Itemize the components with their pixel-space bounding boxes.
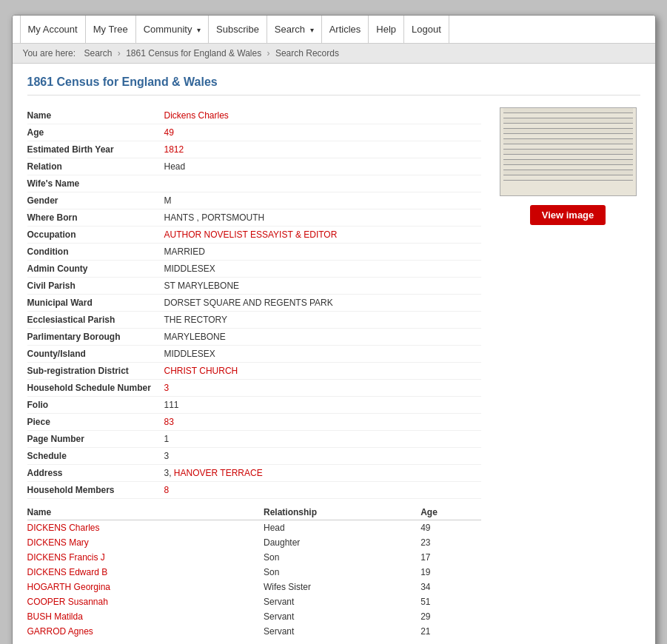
record-label: Admin County bbox=[27, 264, 164, 274]
member-age: 51 bbox=[420, 594, 480, 609]
image-panel: View image bbox=[496, 107, 640, 639]
table-row: COOPER SusannahServant51 bbox=[27, 594, 481, 609]
nav-community[interactable]: Community ▾ bbox=[136, 16, 209, 44]
record-value: 49 bbox=[164, 127, 174, 138]
record-value: ST MARYLEBONE bbox=[164, 281, 240, 291]
record-row: Household Members8 bbox=[27, 482, 481, 499]
record-row: Folio111 bbox=[27, 397, 481, 414]
record-value: MARYLEBONE bbox=[164, 332, 226, 342]
member-relationship: Servant bbox=[264, 594, 420, 609]
member-relationship: Son bbox=[264, 550, 420, 565]
content-area: 1861 Census for England & Wales NameDick… bbox=[13, 64, 655, 644]
record-label: Parlimentary Borough bbox=[27, 332, 164, 342]
member-name-link[interactable]: BUSH Matilda bbox=[27, 611, 83, 622]
members-table: Name Relationship Age DICKENS CharlesHea… bbox=[27, 505, 481, 639]
members-section: Name Relationship Age DICKENS CharlesHea… bbox=[27, 505, 481, 639]
record-row: Wife's Name bbox=[27, 175, 481, 192]
record-value: M bbox=[164, 195, 172, 206]
member-relationship: Servant bbox=[264, 624, 420, 639]
member-relationship: Daughter bbox=[264, 535, 420, 550]
record-label: Piece bbox=[27, 417, 164, 427]
nav-my-tree[interactable]: My Tree bbox=[86, 16, 136, 44]
record-label: Name bbox=[27, 110, 164, 121]
record-value: 1812 bbox=[164, 144, 184, 155]
record-label: Address bbox=[27, 468, 164, 478]
record-value: 83 bbox=[164, 417, 174, 427]
record-row: Admin CountyMIDDLESEX bbox=[27, 261, 481, 278]
census-image bbox=[500, 107, 637, 196]
breadcrumb: You are here: Search › 1861 Census for E… bbox=[13, 44, 655, 64]
record-row: Civil ParishST MARYLEBONE bbox=[27, 278, 481, 295]
table-row: BUSH MatildaServant29 bbox=[27, 609, 481, 624]
record-table: NameDickens CharlesAge49Estimated Birth … bbox=[27, 107, 481, 639]
record-label: Relation bbox=[27, 161, 164, 172]
record-label: Household Members bbox=[27, 485, 164, 495]
record-label: Page Number bbox=[27, 434, 164, 444]
record-value: 3 bbox=[164, 383, 170, 393]
record-label: Occupation bbox=[27, 229, 164, 240]
record-value: MIDDLESEX bbox=[164, 264, 215, 274]
member-name-link[interactable]: DICKENS Charles bbox=[27, 523, 100, 533]
record-label: Gender bbox=[27, 195, 164, 206]
view-image-button[interactable]: View image bbox=[530, 205, 606, 225]
record-value: THE RECTORY bbox=[164, 315, 228, 325]
record-value: 111 bbox=[164, 400, 179, 410]
member-relationship: Son bbox=[264, 565, 420, 580]
record-row: Household Schedule Number3 bbox=[27, 380, 481, 397]
record-label: Wife's Name bbox=[27, 178, 164, 189]
record-value: 3 bbox=[164, 451, 170, 461]
member-name-link[interactable]: COOPER Susannah bbox=[27, 597, 108, 607]
nav-my-account[interactable]: My Account bbox=[20, 16, 86, 44]
address-link[interactable]: HANOVER TERRACE bbox=[174, 468, 263, 478]
record-row: County/IslandMIDDLESEX bbox=[27, 346, 481, 363]
breadcrumb-census[interactable]: 1861 Census for England & Wales bbox=[126, 48, 261, 58]
record-row: Age49 bbox=[27, 124, 481, 141]
record-label: Schedule bbox=[27, 451, 164, 461]
col-header-relationship: Relationship bbox=[264, 505, 420, 520]
nav-search[interactable]: Search ▾ bbox=[267, 16, 322, 44]
record-row: RelationHead bbox=[27, 158, 481, 175]
record-row: NameDickens Charles bbox=[27, 107, 481, 124]
breadcrumb-search[interactable]: Search bbox=[84, 48, 112, 58]
col-header-name: Name bbox=[27, 505, 264, 520]
record-row: ConditionMARRIED bbox=[27, 244, 481, 261]
community-arrow-icon: ▾ bbox=[197, 26, 201, 34]
member-name-link[interactable]: DICKENS Edward B bbox=[27, 567, 108, 577]
member-name-link[interactable]: HOGARTH Georgina bbox=[27, 582, 110, 592]
record-row: Where BornHANTS , PORTSMOUTH bbox=[27, 209, 481, 227]
record-label: County/Island bbox=[27, 349, 164, 359]
nav-logout[interactable]: Logout bbox=[404, 16, 449, 44]
member-age: 17 bbox=[420, 550, 480, 565]
record-row: Piece83 bbox=[27, 414, 481, 431]
member-name-link[interactable]: GARROD Agnes bbox=[27, 626, 93, 637]
record-label: Municipal Ward bbox=[27, 298, 164, 308]
table-row: DICKENS Edward BSon19 bbox=[27, 565, 481, 580]
record-value: MARRIED bbox=[164, 246, 205, 257]
record-value: HANTS , PORTSMOUTH bbox=[164, 212, 265, 223]
record-value: Head bbox=[164, 161, 186, 172]
breadcrumb-search-records: Search Records bbox=[275, 48, 339, 58]
member-age: 21 bbox=[420, 624, 480, 639]
table-row: GARROD AgnesServant21 bbox=[27, 624, 481, 639]
member-relationship: Wifes Sister bbox=[264, 580, 420, 594]
record-row: Estimated Birth Year1812 bbox=[27, 141, 481, 158]
member-name-link[interactable]: DICKENS Mary bbox=[27, 537, 89, 548]
member-name-link[interactable]: DICKENS Francis J bbox=[27, 552, 105, 563]
record-label: Where Born bbox=[27, 212, 164, 223]
nav-articles[interactable]: Articles bbox=[322, 16, 369, 44]
nav-subscribe[interactable]: Subscribe bbox=[209, 16, 267, 44]
record-value: DORSET SQUARE AND REGENTS PARK bbox=[164, 298, 333, 308]
nav-help[interactable]: Help bbox=[369, 16, 404, 44]
record-label: Sub-registration District bbox=[27, 366, 164, 376]
record-row: GenderM bbox=[27, 192, 481, 209]
main-window: My Account My Tree Community ▾ Subscribe… bbox=[12, 15, 656, 644]
record-label: Condition bbox=[27, 246, 164, 257]
member-relationship: Head bbox=[264, 520, 420, 536]
member-relationship: Servant bbox=[264, 609, 420, 624]
member-age: 19 bbox=[420, 565, 480, 580]
record-row: Address3, HANOVER TERRACE bbox=[27, 465, 481, 482]
breadcrumb-prefix: You are here: bbox=[23, 48, 76, 58]
member-age: 49 bbox=[420, 520, 480, 536]
member-age: 23 bbox=[420, 535, 480, 550]
record-row: Municipal WardDORSET SQUARE AND REGENTS … bbox=[27, 295, 481, 312]
